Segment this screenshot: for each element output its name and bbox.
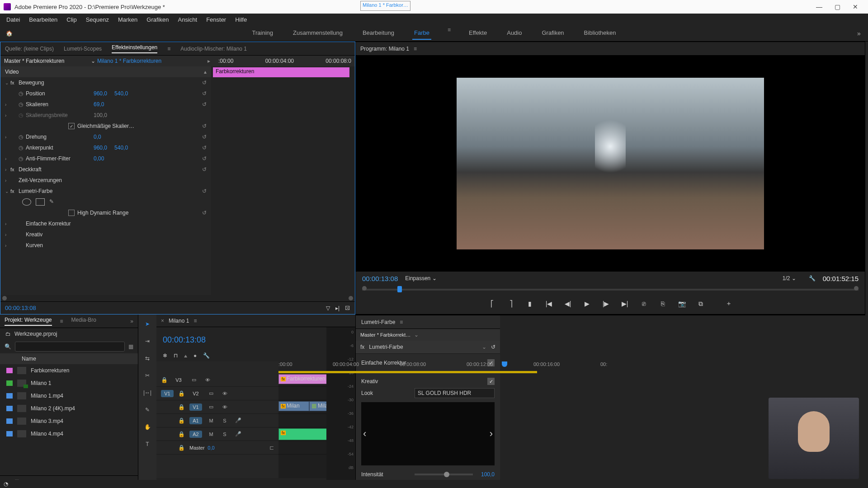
reset-icon[interactable]: ↺	[202, 101, 207, 108]
play-icon[interactable]: ▶	[582, 299, 591, 308]
lock-icon[interactable]: 🔒	[178, 445, 185, 451]
project-overflow[interactable]: »	[130, 318, 133, 324]
twirl-icon[interactable]: ›	[5, 135, 10, 140]
menu-datei[interactable]: Datei	[3, 14, 24, 25]
track-visibility-icon[interactable]: 👁	[220, 389, 229, 398]
mask-pen-icon[interactable]: ✎	[49, 198, 58, 206]
track-visibility-icon[interactable]: 👁	[220, 403, 229, 411]
ws-assembly[interactable]: Zusammenstellung	[291, 27, 344, 40]
twirl-icon[interactable]: ›	[5, 243, 10, 248]
lock-icon[interactable]: 🔒	[178, 404, 185, 410]
mark-out-icon[interactable]: ⎤	[506, 299, 515, 308]
mask-ellipse-icon[interactable]	[22, 198, 31, 206]
selection-tool[interactable]: ➤	[142, 319, 152, 329]
search-icon[interactable]: 🔍	[5, 343, 11, 350]
ec-master-dropdown[interactable]: ⌄	[91, 58, 97, 64]
track-output-icon[interactable]: ▭	[207, 389, 216, 398]
track-output-icon[interactable]: ▭	[189, 376, 198, 384]
hand-tool[interactable]: ✋	[142, 422, 152, 432]
ws-editing[interactable]: Bearbeitung	[361, 27, 396, 40]
track-v3[interactable]: V3	[172, 377, 185, 383]
stopwatch-icon[interactable]: ◷	[19, 145, 26, 151]
solo-button[interactable]: S	[220, 417, 229, 425]
prop-opacity[interactable]: Deckkraft	[19, 166, 86, 173]
twirl-icon[interactable]: ›	[5, 113, 10, 118]
ec-video-collapse-icon[interactable]: ▴	[204, 69, 207, 75]
prop-basic-correction[interactable]: Einfache Korrektur	[26, 221, 94, 227]
project-item[interactable]: Milano 4.mp4	[0, 427, 138, 440]
timeline-seq-tab[interactable]: Milano 1	[169, 318, 189, 324]
menu-ansicht[interactable]: Ansicht	[174, 14, 201, 25]
scrub-handle-right[interactable]	[854, 286, 859, 291]
reset-icon[interactable]: ↺	[202, 166, 207, 173]
lumetri-clip[interactable]: Milano 1 * Farbkor…	[360, 1, 410, 11]
lumetri-fx-dropdown[interactable]: ⌄	[482, 344, 486, 350]
anchor-y[interactable]: 540,0	[114, 145, 128, 151]
scale-value[interactable]: 69,0	[94, 101, 104, 108]
ec-nav-icon[interactable]: ▸|	[335, 305, 340, 311]
tab-source[interactable]: Quelle: (keine Clips)	[5, 46, 54, 52]
stopwatch-icon[interactable]: ◷	[19, 101, 26, 108]
voiceover-icon[interactable]: 🎤	[234, 430, 243, 438]
track-v2[interactable]: V2	[189, 391, 202, 396]
twirl-icon[interactable]: ›	[5, 156, 10, 161]
mark-in-icon[interactable]: ⎡	[487, 299, 496, 308]
clip-video[interactable]: fxMilan	[278, 401, 309, 411]
twirl-icon[interactable]: ›	[5, 167, 10, 172]
tab-audio-mixer[interactable]: Audioclip-Mischer: Milano 1	[180, 46, 247, 52]
home-icon[interactable]: 🏠	[0, 30, 18, 37]
scrub-playhead[interactable]	[397, 286, 402, 292]
label-color-swatch[interactable]	[6, 406, 13, 411]
lumetri-section-creative[interactable]: Kreativ	[361, 378, 378, 385]
reset-icon[interactable]: ↺	[202, 155, 207, 162]
prop-curves[interactable]: Kurven	[26, 242, 94, 249]
lumetri-reset-icon[interactable]: ↺	[491, 344, 495, 350]
track-output-icon[interactable]: ▭	[207, 403, 216, 411]
intensity-slider[interactable]	[415, 474, 473, 475]
track-visibility-icon[interactable]: 👁	[203, 376, 212, 384]
project-item[interactable]: Farbkorrekturen	[0, 364, 138, 377]
tab-effect-controls[interactable]: Effekteinstellungen	[112, 44, 157, 53]
razor-tool[interactable]: ✂	[142, 371, 152, 380]
menu-clip[interactable]: Clip	[63, 14, 80, 25]
timeline-close-icon[interactable]: ×	[161, 318, 164, 324]
clip-adjustment[interactable]: fxFarbkorrekturen	[278, 374, 326, 384]
track-select-tool[interactable]: ⇥	[142, 336, 152, 346]
project-item[interactable]: Milano 1	[0, 377, 138, 389]
twirl-icon[interactable]: ›	[5, 221, 10, 226]
go-to-out-icon[interactable]: ▶|	[620, 299, 629, 308]
reset-icon[interactable]: ↺	[202, 80, 207, 86]
marker-icon[interactable]: ▮	[525, 299, 534, 308]
ws-effects[interactable]: Effekte	[467, 27, 489, 40]
minimize-button[interactable]: —	[810, 0, 828, 14]
ec-zoom-handle-left[interactable]	[2, 296, 7, 300]
menu-sequenz[interactable]: Sequenz	[82, 14, 113, 25]
antiflicker-value[interactable]: 0,00	[94, 155, 104, 162]
collapse-icon[interactable]: ⊏	[269, 445, 274, 451]
ec-filter-icon[interactable]: ▽	[326, 305, 330, 311]
workspace-overflow[interactable]: »	[850, 30, 868, 37]
creative-enable-checkbox[interactable]	[487, 378, 495, 385]
uniform-scale-checkbox[interactable]	[68, 123, 75, 129]
mask-rect-icon[interactable]	[36, 198, 45, 206]
reset-icon[interactable]: ↺	[202, 90, 207, 97]
scrub-handle-left[interactable]	[362, 286, 367, 291]
look-next-icon[interactable]: ›	[490, 428, 493, 440]
lumetri-fx-name[interactable]: Lumetri-Farbe	[369, 344, 403, 350]
fx-badge[interactable]: fx	[10, 80, 19, 85]
twirl-icon[interactable]: ⌄	[5, 80, 10, 85]
project-search-input[interactable]	[15, 342, 125, 352]
label-color-swatch[interactable]	[6, 393, 13, 399]
label-color-swatch[interactable]	[6, 380, 13, 386]
type-tool[interactable]: T	[142, 439, 152, 449]
label-color-swatch[interactable]	[6, 368, 13, 373]
ws-training[interactable]: Training	[250, 27, 275, 40]
linked-selection-icon[interactable]: ⊓	[174, 352, 178, 359]
export-frame-icon[interactable]: 📷	[677, 299, 686, 308]
lock-icon[interactable]: 🔒	[178, 431, 185, 437]
intensity-value[interactable]: 100,0	[476, 471, 495, 478]
tab-lumetri[interactable]: Lumetri-Farbe	[361, 319, 395, 325]
ws-libraries[interactable]: Bibliotheken	[582, 27, 618, 40]
extract-icon[interactable]: ⎘	[658, 299, 667, 308]
stopwatch-icon[interactable]: ◷	[19, 155, 26, 162]
